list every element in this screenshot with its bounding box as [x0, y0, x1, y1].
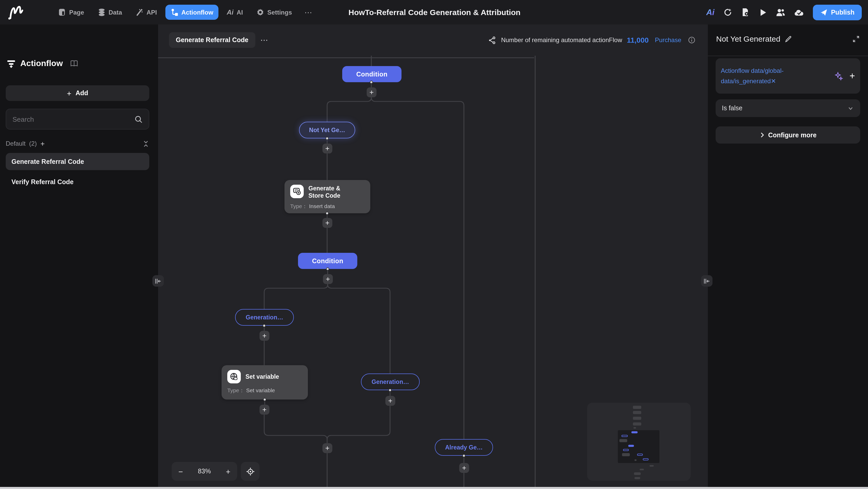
minimap-node — [634, 459, 637, 461]
file-settings-icon[interactable] — [741, 8, 750, 17]
group-add-button[interactable]: + — [40, 140, 44, 148]
condition-data-chip[interactable]: Actionflow data/global-data/is_generated… — [721, 65, 826, 86]
collapse-left-icon — [154, 278, 162, 284]
add-node-button[interactable]: + — [385, 396, 395, 406]
type-label: Type： — [227, 387, 245, 393]
minimap[interactable] — [587, 403, 691, 481]
chip-remove-icon[interactable]: ✕ — [771, 78, 776, 85]
collapse-all-icon[interactable] — [143, 140, 149, 147]
condition-node-2[interactable]: Condition — [298, 253, 357, 269]
search-input[interactable] — [12, 115, 135, 123]
flow-tab-generate-referral-code[interactable]: Generate Referral Code — [169, 32, 255, 48]
sidebar-item-generate-referral-code[interactable]: Generate Referral Code — [6, 153, 149, 170]
add-node-button[interactable]: + — [322, 144, 332, 153]
nav-data[interactable]: Data — [92, 5, 127, 20]
edge-dot — [262, 324, 266, 327]
momen-logo-icon[interactable] — [7, 4, 30, 20]
minimap-node — [633, 406, 641, 409]
type-value: Insert data — [309, 203, 335, 209]
nav-overflow-button[interactable]: ⋯ — [300, 7, 317, 17]
canvas-viewport[interactable]: Condition + Not Yet Ge… + Generate & Sto… — [158, 56, 708, 489]
type-label: Type： — [290, 203, 308, 209]
group-count: (2) — [29, 140, 37, 147]
condition-node-1[interactable]: Condition — [342, 66, 402, 82]
publish-label: Publish — [831, 8, 855, 16]
type-value: Set variable — [246, 387, 275, 393]
minimap-node — [633, 411, 641, 414]
topbar-actions: Ai Publish — [706, 0, 862, 25]
add-node-button[interactable]: + — [259, 331, 270, 341]
add-node-button[interactable]: + — [322, 218, 332, 228]
minimap-node — [623, 449, 629, 451]
action-node-generate-store-code[interactable]: Generate & Store Code Type： Insert data — [284, 180, 370, 213]
minimap-node — [633, 427, 636, 429]
collapse-left-panel-button[interactable] — [152, 275, 164, 287]
edge-dot — [326, 212, 329, 215]
docs-book-icon[interactable] — [70, 60, 78, 67]
branch-inspector-panel: Not Yet Generated Actionflow data/global… — [708, 25, 868, 489]
flow-tab-more-button[interactable]: ⋯ — [260, 35, 269, 45]
nav-actionflow[interactable]: Actionflow — [165, 5, 218, 20]
action-node-set-variable[interactable]: Set variable Type： Set variable — [222, 365, 308, 399]
flow-canvas[interactable]: Generate Referral Code ⋯ Number of remai… — [158, 25, 708, 489]
branch-node-already-generated[interactable]: Already Ge… — [435, 439, 493, 456]
preview-play-icon[interactable] — [759, 8, 767, 17]
collaborators-icon[interactable] — [776, 8, 785, 17]
zoom-out-button[interactable]: − — [178, 467, 183, 476]
bottom-scrollbar[interactable] — [0, 487, 868, 489]
cloud-sync-icon[interactable] — [794, 8, 804, 16]
data-icon — [97, 8, 105, 16]
edit-pencil-icon[interactable] — [785, 35, 792, 42]
configure-more-button[interactable]: Configure more — [716, 126, 860, 144]
top-bar: Page Data API Actionflow Ai AI Settings — [0, 0, 868, 25]
canvas-header: Generate Referral Code ⋯ Number of remai… — [158, 25, 708, 56]
nav-api[interactable]: API — [130, 5, 162, 20]
add-label: Add — [75, 90, 88, 97]
crosshair-icon — [246, 467, 255, 476]
minimap-node — [621, 435, 628, 437]
info-icon[interactable] — [688, 36, 695, 44]
operator-value: Is false — [722, 104, 742, 112]
add-condition-icon[interactable]: + — [849, 71, 855, 81]
minimap-node — [643, 458, 649, 460]
branch-node-generation-left[interactable]: Generation… — [235, 309, 294, 326]
insert-data-icon — [290, 185, 304, 198]
collapse-right-panel-button[interactable] — [701, 275, 713, 287]
group-header-default[interactable]: Default (2) + — [6, 139, 149, 148]
branch-node-generation-right[interactable]: Generation… — [361, 373, 420, 390]
add-node-button[interactable]: + — [367, 87, 376, 97]
branch-node-not-yet-generated[interactable]: Not Yet Ge… — [299, 122, 355, 139]
nav-settings[interactable]: Settings — [251, 5, 297, 20]
refresh-icon[interactable] — [723, 8, 732, 17]
edge-dot — [263, 398, 266, 401]
add-node-button[interactable]: + — [259, 405, 270, 415]
quota-label: Number of remaining automated actionFlow — [501, 36, 622, 44]
operator-select[interactable]: Is false — [716, 99, 860, 117]
minimap-node — [633, 422, 641, 426]
search-icon[interactable] — [135, 115, 143, 123]
ai-sparkles-icon[interactable] — [835, 71, 843, 80]
plus-icon: + — [67, 89, 71, 97]
publish-button[interactable]: Publish — [813, 4, 862, 20]
nav-settings-label: Settings — [267, 8, 292, 16]
locate-center-button[interactable] — [241, 462, 259, 481]
nav-actionflow-label: Actionflow — [181, 8, 213, 16]
condition-expression-card[interactable]: Actionflow data/global-data/is_generated… — [716, 58, 860, 94]
divider — [708, 56, 868, 56]
add-node-button[interactable]: + — [459, 463, 469, 473]
add-actionflow-button[interactable]: + Add — [6, 85, 149, 101]
add-node-button[interactable]: + — [323, 274, 333, 284]
purchase-link[interactable]: Purchase — [655, 36, 681, 44]
nav-ai[interactable]: Ai AI — [222, 5, 248, 20]
add-node-button[interactable]: + — [322, 443, 332, 453]
page-icon — [58, 8, 66, 16]
edge-dot — [326, 267, 329, 271]
sidebar-item-verify-referral-code[interactable]: Verify Referral Code — [6, 173, 149, 190]
quota-bar: Number of remaining automated actionFlow… — [489, 36, 695, 44]
nav-page[interactable]: Page — [53, 5, 89, 20]
ai-assistant-icon[interactable]: Ai — [706, 7, 715, 17]
zoom-in-button[interactable]: + — [226, 467, 230, 476]
minimap-node — [637, 454, 643, 456]
expand-panel-icon[interactable] — [852, 35, 860, 42]
quota-value: 11,000 — [627, 36, 649, 44]
